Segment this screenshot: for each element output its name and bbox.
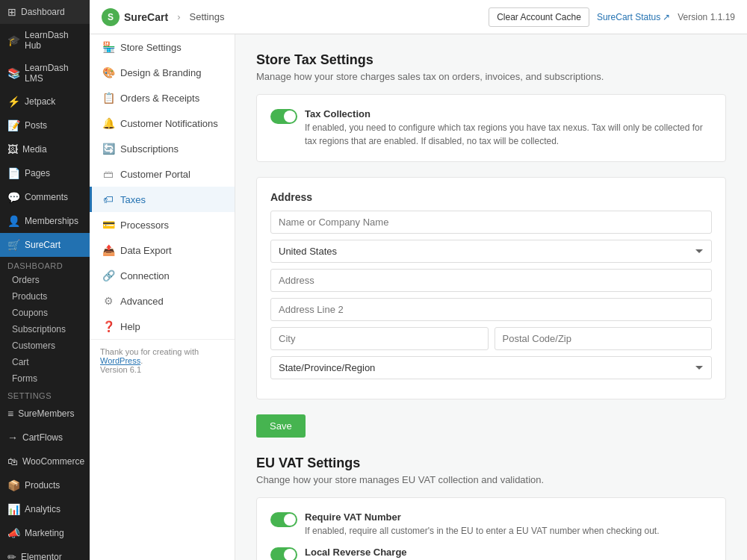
local-reverse-slider[interactable] <box>270 547 297 560</box>
orders-receipts-icon: 📋 <box>102 92 114 104</box>
topbar: S SureCart › Settings Clear Account Cach… <box>90 0 747 34</box>
sub-coupons[interactable]: Coupons <box>0 305 90 321</box>
connection-icon: 🔗 <box>102 270 114 281</box>
breadcrumb-current: Settings <box>189 11 224 22</box>
wordpress-link[interactable]: WordPress <box>100 356 140 365</box>
left-sidebar: ⊞ Dashboard 🎓 LearnDash Hub 📚 LearnDash … <box>0 0 90 560</box>
tax-collection-slider[interactable] <box>270 109 297 124</box>
cartflows-icon: → <box>7 432 18 444</box>
surecart-status-link[interactable]: SureCart Status ↗ <box>597 12 670 22</box>
require-vat-slider[interactable] <box>270 512 297 527</box>
jetpack-icon: ⚡ <box>7 96 20 108</box>
suremembers-icon: ≡ <box>7 408 13 420</box>
topbar-actions: Clear Account Cache SureCart Status ↗ Ve… <box>489 7 735 27</box>
postal-input[interactable] <box>495 327 713 350</box>
settings-menu-processors[interactable]: 💳 Processors <box>90 212 235 237</box>
main-content: Store Tax Settings Manage how your store… <box>235 34 747 560</box>
store-tax-save-button[interactable]: Save <box>256 414 306 438</box>
products-icon: 📦 <box>7 479 20 491</box>
breadcrumb-separator: › <box>177 11 180 22</box>
sidebar-item-cartflows[interactable]: → CartFlows <box>0 426 90 449</box>
settings-menu-help[interactable]: ❓ Help <box>90 314 235 339</box>
sidebar-item-media[interactable]: 🖼 Media <box>0 137 90 161</box>
sidebar-item-learndash-hub[interactable]: 🎓 LearnDash Hub <box>0 24 90 57</box>
sub-products[interactable]: Products <box>0 288 90 305</box>
help-icon: ❓ <box>102 320 114 332</box>
settings-sidebar: 🏪 Store Settings 🎨 Design & Branding 📋 O… <box>90 34 235 560</box>
local-reverse-text: Local Reverse Charge If enabled, apply r… <box>305 547 692 560</box>
analytics-icon: 📊 <box>7 503 20 515</box>
dashboard-icon: ⊞ <box>7 6 16 18</box>
surecart-sub-label: Dashboard <box>0 257 90 272</box>
eu-vat-card: Require VAT Number If enabled, require a… <box>256 497 726 560</box>
sub-cart[interactable]: Cart <box>0 354 90 370</box>
address-input[interactable] <box>270 269 712 292</box>
settings-menu-store-settings[interactable]: 🏪 Store Settings <box>90 34 235 60</box>
topbar-logo: S SureCart <box>102 8 168 26</box>
woocommerce-icon: 🛍 <box>7 455 18 467</box>
sidebar-item-learndash-lms[interactable]: 📚 LearnDash LMS <box>0 57 90 90</box>
sidebar-item-marketing[interactable]: 📣 Marketing <box>0 521 90 545</box>
require-vat-toggle-row: Require VAT Number If enabled, require a… <box>270 511 712 538</box>
city-postal-row <box>270 327 712 356</box>
address2-input[interactable] <box>270 298 712 321</box>
pages-icon: 📄 <box>7 167 20 179</box>
sidebar-item-pages[interactable]: 📄 Pages <box>0 161 90 185</box>
sidebar-item-products[interactable]: 📦 Products <box>0 473 90 497</box>
learndash-hub-icon: 🎓 <box>7 34 20 46</box>
processors-icon: 💳 <box>102 219 114 231</box>
surecart-icon: 🛒 <box>7 239 20 251</box>
sidebar-item-analytics[interactable]: 📊 Analytics <box>0 497 90 521</box>
city-input[interactable] <box>270 327 489 350</box>
address-card: Address United States State/Province/Reg… <box>256 177 726 399</box>
sub-customers[interactable]: Customers <box>0 337 90 354</box>
sub-subscriptions[interactable]: Subscriptions <box>0 321 90 337</box>
settings-menu-connection[interactable]: 🔗 Connection <box>90 263 235 288</box>
sidebar-item-comments[interactable]: 💬 Comments <box>0 185 90 209</box>
elementor-icon: ✏ <box>7 551 16 560</box>
sidebar-item-elementor[interactable]: ✏ Elementor <box>0 545 90 560</box>
customer-notifications-icon: 🔔 <box>102 117 114 129</box>
sidebar-item-posts[interactable]: 📝 Posts <box>0 113 90 137</box>
store-tax-desc: Manage how your store charges sales tax … <box>256 71 726 82</box>
clear-cache-button[interactable]: Clear Account Cache <box>489 7 589 27</box>
sub-forms[interactable]: Forms <box>0 370 90 387</box>
sidebar-item-suremembers[interactable]: ≡ SureMembers <box>0 402 90 426</box>
comments-icon: 💬 <box>7 191 20 203</box>
advanced-icon: ⚙ <box>102 295 114 307</box>
main-wrapper: S SureCart › Settings Clear Account Cach… <box>90 0 747 560</box>
topbar-brand: SureCart <box>124 11 168 23</box>
design-branding-icon: 🎨 <box>102 66 114 78</box>
sidebar-item-woocommerce[interactable]: 🛍 WooCommerce <box>0 449 90 473</box>
sub-orders[interactable]: Orders <box>0 272 90 288</box>
store-settings-icon: 🏪 <box>102 41 114 53</box>
settings-section-label: Settings <box>0 387 90 402</box>
settings-menu-data-export[interactable]: 📤 Data Export <box>90 237 235 263</box>
sidebar-item-memberships[interactable]: 👤 Memberships <box>0 209 90 233</box>
sidebar-item-dashboard[interactable]: ⊞ Dashboard <box>0 0 90 24</box>
country-select[interactable]: United States <box>270 240 712 263</box>
version-label: Version 1.1.19 <box>678 12 735 22</box>
local-reverse-toggle[interactable] <box>270 547 297 560</box>
data-export-icon: 📤 <box>102 244 114 256</box>
sidebar-item-surecart[interactable]: 🛒 SureCart <box>0 233 90 257</box>
settings-menu-orders-receipts[interactable]: 📋 Orders & Receipts <box>90 85 235 111</box>
content-wrapper: 🏪 Store Settings 🎨 Design & Branding 📋 O… <box>90 34 747 560</box>
settings-menu-taxes[interactable]: 🏷 Taxes <box>90 187 235 212</box>
settings-menu-subscriptions[interactable]: 🔄 Subscriptions <box>90 136 235 161</box>
tax-collection-toggle[interactable] <box>270 109 297 124</box>
require-vat-toggle[interactable] <box>270 512 297 527</box>
settings-menu-customer-notifications[interactable]: 🔔 Customer Notifications <box>90 111 235 136</box>
settings-menu-advanced[interactable]: ⚙ Advanced <box>90 288 235 314</box>
memberships-icon: 👤 <box>7 215 20 227</box>
local-reverse-toggle-row: Local Reverse Charge If enabled, apply r… <box>270 547 712 560</box>
tax-collection-card: Tax Collection If enabled, you need to c… <box>256 94 726 162</box>
state-select[interactable]: State/Province/Region <box>270 356 712 379</box>
customer-portal-icon: 🗃 <box>102 168 114 180</box>
eu-vat-title: EU VAT Settings <box>256 455 726 471</box>
name-company-input[interactable] <box>270 211 712 234</box>
surecart-logo-icon: S <box>102 8 120 26</box>
settings-menu-design-branding[interactable]: 🎨 Design & Branding <box>90 60 235 85</box>
settings-menu-customer-portal[interactable]: 🗃 Customer Portal <box>90 161 235 187</box>
sidebar-item-jetpack[interactable]: ⚡ Jetpack <box>0 90 90 113</box>
